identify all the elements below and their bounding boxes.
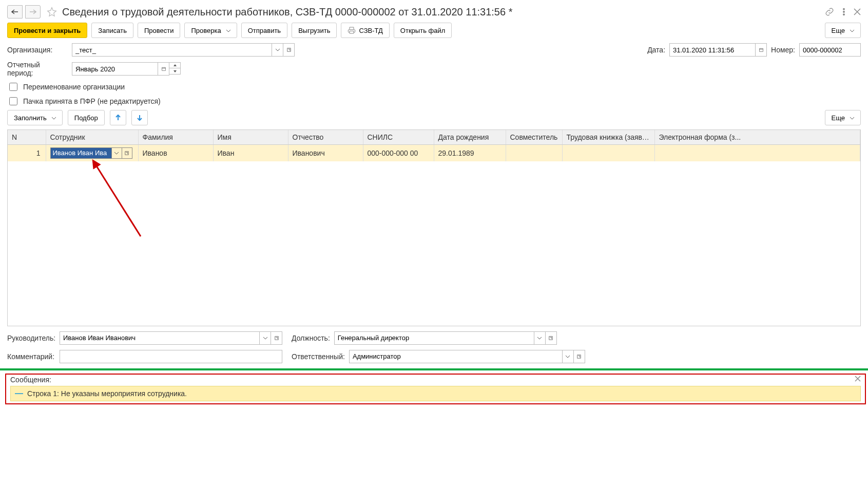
resp-open-button[interactable] — [574, 350, 585, 363]
svg-point-2 — [843, 14, 845, 15]
svg-rect-3 — [287, 48, 290, 51]
check-button[interactable]: Проверка — [184, 23, 237, 38]
favorite-star-icon[interactable] — [47, 7, 57, 17]
accepted-pfr-label: Пачка принята в ПФР (не редактируется) — [23, 97, 161, 105]
employee-open-button[interactable] — [122, 147, 132, 159]
chevron-down-icon — [850, 27, 854, 34]
messages-close-icon[interactable] — [855, 376, 861, 382]
employees-table[interactable]: N Сотрудник Фамилия Имя Отчество СНИЛС Д… — [7, 129, 861, 326]
col-dob[interactable]: Дата рождения — [434, 130, 506, 144]
post-button[interactable]: Провести — [138, 23, 181, 38]
chevron-down-icon — [52, 114, 56, 122]
arrow-right-icon — [29, 9, 36, 14]
nav-forward-button[interactable] — [25, 5, 41, 18]
col-n[interactable]: N — [8, 130, 46, 144]
pick-button[interactable]: Подбор — [68, 110, 105, 125]
arrow-down-icon — [136, 114, 143, 121]
cell-dob: 29.01.1989 — [434, 144, 506, 161]
resp-label: Ответственный: — [292, 352, 345, 361]
cell-snils: 000-000-000 00 — [363, 144, 434, 161]
arrow-left-icon — [11, 9, 18, 14]
fill-button[interactable]: Заполнить — [7, 110, 63, 125]
table-more-label: Еще — [832, 114, 845, 122]
col-snils[interactable]: СНИЛС — [363, 130, 434, 144]
link-icon[interactable] — [825, 7, 834, 16]
cell-eform — [654, 144, 860, 161]
svg-rect-5 — [162, 67, 165, 70]
accepted-pfr-checkbox-input[interactable] — [9, 97, 17, 105]
table-row[interactable]: 1 Иванов Иван Иванович 000-000-000 00 29… — [8, 144, 860, 161]
employee-dropdown-button[interactable] — [112, 147, 122, 159]
upload-button[interactable]: Выгрузить — [292, 23, 337, 38]
page-title: Сведения о трудовой деятельности работни… — [62, 6, 822, 18]
cell-workbook — [562, 144, 654, 161]
table-header-row: N Сотрудник Фамилия Имя Отчество СНИЛС Д… — [8, 130, 860, 144]
post-label: Должность: — [292, 334, 330, 342]
post-open-button[interactable] — [546, 331, 557, 345]
comment-label: Комментарий: — [7, 352, 55, 361]
col-employee[interactable]: Сотрудник — [46, 130, 138, 144]
chevron-down-icon — [850, 114, 854, 122]
resp-field[interactable] — [349, 350, 563, 363]
date-field[interactable] — [669, 43, 756, 57]
rename-org-label: Переименование организации — [23, 83, 125, 91]
open-file-button[interactable]: Открыть файл — [394, 23, 452, 38]
comment-field[interactable] — [60, 350, 282, 363]
svg-rect-10 — [577, 355, 581, 358]
rename-org-checkbox[interactable]: Переименование организации — [7, 81, 861, 92]
head-field[interactable] — [60, 331, 260, 345]
calendar-icon — [162, 67, 166, 71]
move-down-button[interactable] — [131, 110, 148, 125]
date-calendar-button[interactable] — [756, 43, 767, 57]
svg-rect-4 — [759, 48, 763, 51]
svg-rect-6 — [125, 151, 128, 154]
org-dropdown-button[interactable] — [272, 43, 283, 57]
chevron-down-icon — [226, 27, 230, 34]
post-field[interactable] — [334, 331, 534, 345]
close-icon[interactable] — [854, 8, 861, 15]
send-button[interactable]: Отправить — [241, 23, 287, 38]
svg-point-0 — [843, 8, 845, 10]
number-label: Номер: — [771, 46, 795, 54]
cell-n: 1 — [8, 144, 46, 161]
nav-back-button[interactable] — [7, 5, 23, 18]
head-open-button[interactable] — [271, 331, 282, 345]
col-eform[interactable]: Электронная форма (з... — [654, 130, 860, 144]
org-field-wrap — [72, 43, 295, 57]
message-row[interactable]: — Строка 1: Не указаны мероприятия сотру… — [10, 386, 861, 401]
period-spin-down[interactable] — [169, 68, 181, 75]
toolbar-more-button[interactable]: Еще — [825, 23, 861, 38]
period-spin-up[interactable] — [169, 62, 181, 68]
period-calendar-button[interactable] — [158, 62, 169, 76]
kebab-menu-icon[interactable] — [839, 7, 848, 16]
head-label: Руководитель: — [7, 334, 55, 342]
resp-dropdown-button[interactable] — [563, 350, 574, 363]
message-text: Строка 1: Не указаны мероприятия сотрудн… — [27, 389, 187, 398]
open-icon — [287, 48, 291, 52]
messages-panel: Сообщения: — Строка 1: Не указаны меропр… — [5, 374, 866, 404]
table-blank-area[interactable] — [8, 161, 860, 326]
post-close-button[interactable]: Провести и закрыть — [7, 23, 87, 38]
col-workbook[interactable]: Трудовая книжка (заявл.) — [562, 130, 654, 144]
write-button[interactable]: Записать — [91, 23, 133, 38]
col-firstname[interactable]: Имя — [213, 130, 288, 144]
number-field[interactable] — [799, 43, 861, 57]
cell-employee[interactable] — [46, 144, 138, 161]
svg-rect-9 — [549, 336, 552, 339]
col-lastname[interactable]: Фамилия — [138, 130, 213, 144]
col-combiner[interactable]: Совместитель — [506, 130, 562, 144]
head-dropdown-button[interactable] — [260, 331, 271, 345]
org-label: Организация: — [7, 46, 68, 54]
szvtd-button[interactable]: СЗВ-ТД — [341, 23, 389, 38]
org-field[interactable] — [72, 43, 272, 57]
accepted-pfr-checkbox[interactable]: Пачка принята в ПФР (не редактируется) — [7, 96, 861, 107]
table-more-button[interactable]: Еще — [825, 110, 861, 125]
move-up-button[interactable] — [110, 110, 126, 125]
col-patronymic[interactable]: Отчество — [288, 130, 363, 144]
rename-org-checkbox-input[interactable] — [9, 83, 17, 91]
post-dropdown-button[interactable] — [534, 331, 546, 345]
employee-edit-input[interactable] — [50, 147, 112, 159]
period-field[interactable] — [72, 62, 158, 76]
org-open-button[interactable] — [283, 43, 295, 57]
cell-firstname: Иван — [213, 144, 288, 161]
